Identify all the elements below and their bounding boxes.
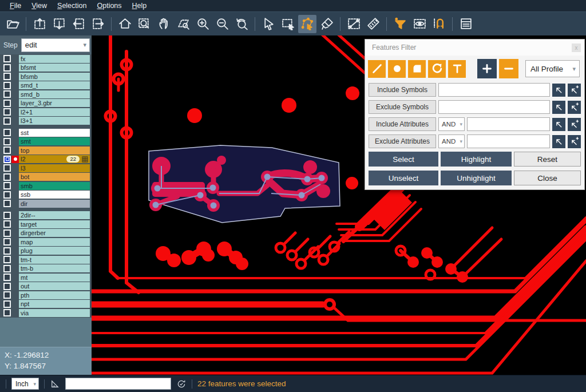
exclude-symbols-input[interactable] [438,100,550,114]
layers-panel-button[interactable] [457,15,475,33]
layer-checkbox[interactable] [3,256,11,263]
layer-chip[interactable]: map [19,238,90,246]
include-symbols-button[interactable]: Include Symbols [369,83,436,97]
layer-chip[interactable]: bot [19,173,90,181]
layer-chip[interactable]: top [19,146,90,155]
layer-chip[interactable]: l3 [19,164,90,172]
profile-select[interactable]: All Profile▾ [525,60,580,77]
layer-row-sst[interactable]: sst [0,128,92,137]
include-attributes-pick-add-button[interactable] [568,118,581,131]
unit-select[interactable]: Inch ▾ [11,378,39,390]
include-symbols-pick-button[interactable] [552,84,565,97]
exclude-attributes-button[interactable]: Exclude Attributes [369,134,436,148]
layer-chip[interactable]: ssb [19,191,90,199]
pcb-canvas[interactable]: Features Filter x All Profile▾ Include S… [92,35,586,375]
include-attributes-and-select[interactable]: AND▾ [438,117,465,131]
layer-row-bot[interactable]: bot [0,173,92,182]
layer-row-via[interactable]: via [0,308,92,318]
layer-row-l2+1[interactable]: l2+1 [0,108,92,117]
include-attributes-button[interactable]: Include Attributes [369,117,436,131]
sync-icon[interactable] [176,379,187,389]
view-up-button[interactable] [30,15,49,33]
layer-row-smd_t[interactable]: smd_t [0,81,92,90]
pan-button[interactable] [155,15,173,33]
layer-checkbox[interactable] [3,55,11,62]
include-attributes-input[interactable] [467,117,550,131]
layer-chip[interactable]: bfsmb [19,73,90,81]
unhighlight-button[interactable]: Unhighlight [441,171,512,185]
layer-row-npt[interactable]: npt [0,300,92,309]
close-icon[interactable]: x [572,43,581,52]
include-symbols-input[interactable] [438,83,550,97]
layer-row-2dir--[interactable]: 2dir-- [0,211,92,220]
step-select[interactable]: edit ▾ [21,38,90,52]
clean-button[interactable] [318,15,336,33]
layer-checkbox[interactable] [3,200,11,207]
exclude-symbols-button[interactable]: Exclude Symbols [369,100,436,114]
layer-checkbox[interactable] [3,90,11,98]
layer-checkbox[interactable] [3,274,11,281]
layer-row-l3+1[interactable]: l3+1 [0,117,92,126]
command-input[interactable] [65,378,171,390]
layer-row-layer_3.gbr[interactable]: layer_3.gbr [0,99,92,108]
menu-item-view[interactable]: View [26,2,52,10]
line-tool-button[interactable] [368,60,386,78]
remove-mode-button[interactable] [499,59,518,78]
layer-checkbox[interactable] [3,229,11,237]
add-mode-button[interactable] [477,59,497,78]
measure-button[interactable] [345,15,363,33]
layer-chip[interactable]: smd_t [19,81,90,89]
exclude-symbols-pick-button[interactable] [552,101,565,114]
layer-row-bfsmb[interactable]: bfsmb [0,72,92,81]
snap-button[interactable] [430,15,448,33]
layer-checkbox[interactable] [3,156,11,163]
menu-item-options[interactable]: Options [92,2,126,10]
layer-chip[interactable]: tm-t [19,256,90,264]
layer-chip[interactable]: mt [19,274,90,282]
layer-chip[interactable]: plug [19,247,90,255]
layer-checkbox[interactable] [3,100,11,107]
layer-chip[interactable]: tm-b [19,264,90,272]
layer-row-target[interactable]: target [0,220,92,229]
layer-checkbox[interactable] [3,146,11,154]
select-button[interactable]: Select [369,152,438,167]
layer-chip[interactable]: out [19,282,90,290]
layer-checkbox[interactable] [3,73,11,80]
layer-checkbox[interactable] [3,238,11,246]
layer-row-tm-b[interactable]: tm-b [0,264,92,274]
zoom-out-button[interactable] [213,15,231,33]
highlight-button[interactable]: Highlight [441,152,512,167]
exclude-attributes-and-select[interactable]: AND▾ [438,134,465,148]
layer-checkbox[interactable] [3,283,11,290]
grid-icon[interactable] [82,156,88,163]
zoom-previous-button[interactable] [232,15,251,33]
layer-row-l2[interactable]: l222 [0,155,92,164]
close-button[interactable]: Close [514,171,581,185]
zoom-in-button[interactable] [193,15,212,33]
text-tool-button[interactable] [448,60,466,78]
layer-row-dirgerber[interactable]: dirgerber [0,229,92,238]
filter-button[interactable] [391,15,409,33]
layer-row-smt[interactable]: smt [0,137,92,146]
layer-chip[interactable]: smb [19,182,90,190]
layer-checkbox[interactable] [3,182,11,189]
layer-row-out[interactable]: out [0,282,92,291]
layer-row-mt[interactable]: mt [0,273,92,282]
zoom-window-button[interactable] [135,15,153,33]
pad-tool-button[interactable] [388,60,406,78]
arc-tool-button[interactable] [428,60,446,78]
layer-chip[interactable]: 2dir-- [19,211,90,219]
layer-checkbox[interactable] [3,82,11,89]
layer-row-ssb[interactable]: ssb [0,191,92,200]
layer-chip[interactable]: dirgerber [19,229,90,237]
layer-row-tm-t[interactable]: tm-t [0,255,92,264]
exclude-attributes-pick-button[interactable] [552,135,565,148]
select-button[interactable] [259,15,278,33]
layer-row-fx[interactable]: fx [0,54,92,64]
ruler-button[interactable] [364,15,382,33]
view-down-button[interactable] [50,15,68,33]
layer-chip[interactable]: target [19,220,90,228]
layer-chip[interactable]: fx [19,55,90,63]
layer-checkbox[interactable] [3,291,11,299]
polygon-select-button[interactable] [298,15,316,33]
